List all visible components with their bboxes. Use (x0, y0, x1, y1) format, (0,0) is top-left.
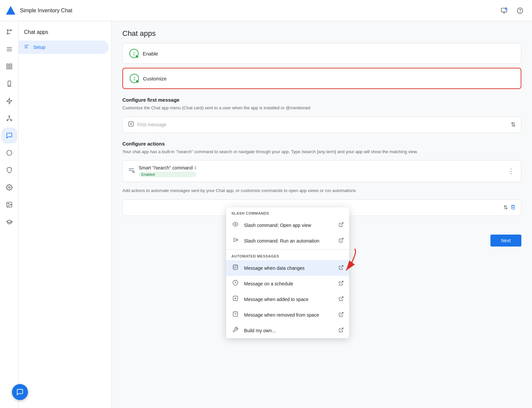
svg-marker-38 (237, 239, 238, 241)
add-icon (128, 121, 134, 129)
add-actions-desc: Add actions to automate messages sent by… (122, 187, 521, 194)
nav-chat[interactable] (1, 128, 17, 144)
sidebar-item-label-setup: Setup (33, 45, 46, 50)
dropdown-item-added-to-space[interactable]: Message when added to space (226, 291, 349, 307)
svg-point-4 (520, 12, 520, 12)
dropdown-label-run-automation: Slash command: Run an automation (244, 238, 334, 244)
dropdown-item-open-app-view[interactable]: Slash command: Open app view (226, 217, 349, 233)
nav-list[interactable] (1, 41, 17, 57)
nav-automation[interactable] (1, 93, 17, 109)
dropdown-item-data-changes[interactable]: Message when data changes (226, 260, 349, 276)
arrow-icon-0 (338, 222, 344, 229)
svg-point-39 (233, 265, 238, 266)
svg-point-5 (7, 30, 8, 31)
dropdown-item-removed-from-space[interactable]: Message when removed from space (226, 307, 349, 323)
arrow-icon-1 (338, 238, 344, 244)
nav-learn[interactable] (1, 214, 17, 230)
nav-workflows[interactable] (1, 24, 17, 40)
dropdown-label-build-own: Build my own... (244, 328, 334, 333)
add-box-icon (231, 295, 239, 303)
dropdown-item-build-own[interactable]: Build my own... (226, 323, 349, 338)
dropdown-label-open-app-view: Slash command: Open app view (244, 223, 334, 228)
nav-mobile[interactable] (1, 76, 17, 92)
step-customize[interactable]: 2 Customize (122, 68, 521, 89)
eye-icon (231, 221, 239, 229)
clock-icon (231, 280, 239, 287)
svg-point-16 (9, 85, 10, 86)
smart-search-label: Smart "/search" command ℹ (139, 165, 196, 170)
delete-icon[interactable] (510, 204, 516, 211)
enabled-badge: Enabled (139, 172, 196, 177)
svg-rect-13 (7, 67, 9, 69)
sort-arrows-input[interactable]: ⇅ (511, 121, 516, 128)
fab-chat-button[interactable] (12, 384, 28, 400)
step-1-label: Enable (143, 51, 158, 56)
app-title: Simple Inventory Chat (20, 8, 493, 14)
section-title-first-message: Configure first message (122, 97, 521, 103)
dropdown-label-removed-from-space: Message when removed from space (244, 312, 334, 318)
first-message-input-row[interactable]: First message ⇅ (122, 117, 521, 133)
svg-marker-17 (7, 98, 12, 104)
database-icon (231, 264, 239, 272)
step-enable[interactable]: 1 Enable (122, 43, 521, 64)
dropdown-menu: Slash Commands Slash command: Open app v… (226, 207, 349, 338)
dropdown-label-data-changes: Message when data changes (244, 265, 334, 271)
remove-box-icon (231, 311, 239, 319)
help-icon-button[interactable] (513, 4, 527, 17)
svg-point-6 (10, 30, 11, 31)
nav-security[interactable] (1, 162, 17, 178)
svg-rect-14 (10, 67, 12, 69)
svg-point-24 (8, 203, 8, 204)
svg-rect-12 (10, 64, 12, 66)
nav-gallery[interactable] (1, 197, 17, 213)
dropdown-item-schedule[interactable]: Message on a schedule (226, 276, 349, 291)
section-title-actions: Configure actions (122, 141, 521, 147)
first-message-placeholder[interactable]: First message (137, 122, 507, 127)
monitor-icon-button[interactable] (497, 4, 511, 17)
dropdown-item-run-automation[interactable]: Slash command: Run an automation (226, 233, 349, 249)
arrow-icon-3 (338, 280, 344, 287)
svg-point-22 (8, 187, 10, 188)
sidebar-item-setup[interactable]: Setup (19, 41, 109, 54)
main-content: Chat apps 1 Enable 2 Customize (112, 21, 532, 408)
arrow-icon-6 (338, 327, 344, 334)
step-2-number: 2 (130, 74, 139, 83)
svg-point-21 (7, 151, 12, 155)
automated-messages-section-label: Automated Messages (226, 250, 349, 260)
arrow-icon-4 (338, 296, 344, 303)
svg-point-19 (7, 120, 8, 121)
header-icons (497, 4, 527, 17)
smart-search-icon (128, 167, 135, 175)
arrow-icon-2 (338, 265, 344, 271)
wrench-icon (231, 327, 239, 334)
section-desc-first-message: Customize the Chat app menu (Chat card) … (122, 105, 521, 111)
nav-integrations[interactable] (1, 110, 17, 126)
nav-grid[interactable] (1, 58, 17, 74)
sort-arrows-actions[interactable]: ⇅ (503, 204, 508, 211)
nav-settings[interactable] (1, 179, 17, 195)
svg-rect-11 (7, 64, 9, 66)
sidebar: Chat apps Setup (19, 21, 112, 408)
page-title: Chat apps (122, 29, 521, 38)
svg-point-7 (7, 33, 8, 34)
arrow-icon-5 (338, 312, 344, 318)
section-desc-actions: Your chat app has a built-in "/search" c… (122, 149, 521, 155)
list-play-icon (231, 237, 239, 245)
dropdown-label-schedule: Message on a schedule (244, 281, 334, 286)
nav-circle[interactable] (1, 145, 17, 161)
logo (5, 5, 16, 16)
svg-point-18 (9, 116, 10, 117)
setup-icon (24, 44, 29, 51)
slash-commands-section-label: Slash Commands (226, 207, 349, 217)
left-nav (0, 21, 19, 408)
top-header: Simple Inventory Chat (0, 0, 532, 21)
sidebar-title: Chat apps (19, 27, 111, 41)
three-dots-menu[interactable]: ⋮ (506, 166, 516, 176)
svg-marker-0 (6, 6, 15, 15)
svg-point-33 (132, 170, 134, 172)
next-button[interactable]: Next (490, 235, 521, 247)
smart-search-row: Smart "/search" command ℹ Enabled ⋮ (122, 160, 521, 182)
info-icon[interactable]: ℹ (195, 165, 196, 170)
step-1-number: 1 (129, 49, 139, 58)
svg-point-20 (11, 120, 12, 121)
